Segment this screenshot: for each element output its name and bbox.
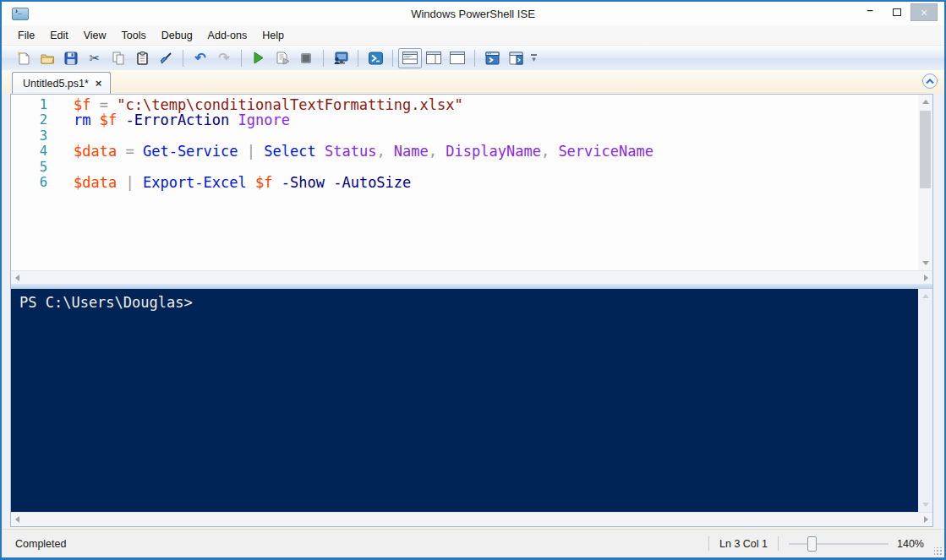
save-icon (64, 52, 78, 65)
close-button[interactable]: × (910, 3, 938, 21)
console-vertical-scrollbar[interactable] (918, 289, 932, 512)
status-bar: Completed Ln 3 Col 1 140% (2, 529, 944, 557)
command-window-icon (485, 52, 500, 65)
show-script-pane-top-button[interactable] (398, 48, 422, 68)
start-powershell-button[interactable] (364, 48, 387, 68)
code-line[interactable]: 3 (11, 128, 918, 144)
cut-button[interactable]: ✂ (83, 48, 107, 68)
scroll-left-arrow-icon[interactable] (15, 516, 19, 523)
run-script-button[interactable] (247, 48, 271, 68)
scroll-down-arrow-icon[interactable] (918, 497, 932, 512)
new-script-button[interactable] (12, 48, 36, 68)
toolbar-separator (323, 50, 324, 67)
remote-tab-icon (333, 52, 348, 65)
scroll-left-arrow-icon[interactable] (15, 275, 19, 281)
editor-vertical-scrollbar[interactable] (918, 95, 932, 270)
script-pane-right-icon (426, 52, 441, 64)
cut-icon: ✂ (90, 52, 101, 65)
maximize-button[interactable] (883, 3, 910, 21)
editor-horizontal-scrollbar[interactable] (11, 270, 932, 284)
code-line[interactable]: 6$data | Export-Excel $f -Show -AutoSize (11, 175, 918, 190)
scroll-up-arrow-icon[interactable] (918, 95, 932, 109)
tab-untitled5[interactable]: Untitled5.ps1* × (12, 72, 111, 94)
code-text[interactable] (57, 160, 74, 175)
undo-icon: ↶ (194, 52, 205, 65)
toolbar-overflow-button[interactable]: ▾ (531, 54, 537, 62)
code-line[interactable]: 4$data = Get-Service | Select Status, Na… (11, 144, 918, 159)
stop-button[interactable] (294, 48, 318, 68)
menu-tools[interactable]: Tools (114, 27, 154, 44)
clear-console-button[interactable] (154, 48, 178, 68)
menu-view[interactable]: View (76, 27, 114, 44)
tab-close-icon[interactable]: × (96, 77, 102, 90)
menu-debug[interactable]: Debug (154, 27, 200, 44)
copy-icon (112, 52, 125, 65)
code-text[interactable]: rm $f -ErrorAction Ignore (57, 112, 290, 128)
tab-label: Untitled5.ps1* (23, 78, 89, 90)
chevron-down-icon: ▾ (532, 57, 536, 62)
script-editor-pane[interactable]: 1$f = "c:\temp\conditionalTextFormatting… (11, 95, 932, 270)
code-text[interactable]: $data | Export-Excel $f -Show -AutoSize (57, 175, 411, 190)
code-text[interactable] (57, 128, 74, 144)
resize-grip[interactable] (934, 547, 943, 556)
tab-strip: Untitled5.ps1* × (2, 70, 944, 94)
run-selection-button[interactable] (271, 48, 294, 68)
powershell-ise-window: Windows PowerShell ISE – × FileEditViewT… (0, 0, 946, 560)
show-command-addon-button[interactable] (504, 48, 528, 68)
scroll-right-arrow-icon[interactable] (924, 516, 928, 523)
paste-icon (136, 52, 149, 65)
maximize-icon (893, 8, 901, 16)
console-prompt[interactable]: PS C:\Users\Douglas> (11, 289, 932, 311)
title-bar: Windows PowerShell ISE – × (2, 2, 944, 25)
code-text[interactable]: $f = "c:\temp\conditionalTextFormatting.… (57, 97, 463, 112)
zoom-level: 140% (897, 538, 924, 550)
code-line[interactable]: 2rm $f -ErrorAction Ignore (11, 112, 918, 128)
powershell-console-icon (369, 52, 383, 65)
toolbar-separator (183, 50, 183, 67)
menu-add-ons[interactable]: Add-ons (200, 27, 255, 44)
code-line[interactable]: 5 (11, 160, 918, 175)
code-text[interactable]: $data = Get-Service | Select Status, Nam… (57, 144, 653, 159)
zoom-slider[interactable] (789, 536, 889, 552)
chevron-up-icon (926, 79, 934, 84)
scroll-right-arrow-icon[interactable] (924, 275, 928, 281)
undo-button[interactable]: ↶ (189, 48, 212, 68)
line-number: 5 (11, 160, 57, 175)
clear-console-icon (159, 52, 173, 65)
zoom-slider-thumb[interactable] (807, 536, 817, 552)
show-script-pane-maximized-button[interactable] (446, 48, 469, 68)
status-separator (708, 536, 709, 551)
redo-button[interactable]: ↷ (212, 48, 236, 68)
code-area[interactable]: 1$f = "c:\temp\conditionalTextFormatting… (11, 97, 918, 270)
scroll-down-arrow-icon[interactable] (918, 256, 932, 270)
command-addon-icon (509, 52, 523, 65)
open-script-button[interactable] (36, 48, 59, 68)
console-pane[interactable]: PS C:\Users\Douglas> (11, 289, 932, 512)
menu-edit[interactable]: Edit (42, 27, 76, 44)
save-script-button[interactable] (59, 48, 83, 68)
stop-icon (300, 52, 312, 64)
paste-button[interactable] (130, 48, 154, 68)
toolbar: ✂ ↶ ↷ (2, 46, 944, 70)
menu-file[interactable]: File (10, 27, 42, 44)
new-remote-powershell-tab-button[interactable] (329, 48, 353, 68)
run-icon (253, 52, 265, 64)
line-number: 4 (11, 144, 57, 159)
console-horizontal-scrollbar[interactable] (11, 512, 932, 526)
line-number: 2 (11, 112, 57, 128)
close-icon: × (921, 6, 927, 19)
editor-scrollbar-thumb[interactable] (920, 111, 931, 188)
show-command-window-button[interactable] (480, 48, 504, 68)
minimize-button[interactable]: – (856, 3, 883, 21)
open-folder-icon (41, 52, 55, 65)
code-line[interactable]: 1$f = "c:\temp\conditionalTextFormatting… (11, 97, 918, 112)
zoom-slider-track[interactable] (789, 543, 889, 545)
toolbar-separator (392, 50, 393, 67)
status-message: Completed (15, 538, 66, 550)
collapse-script-pane-button[interactable] (922, 73, 938, 89)
show-script-pane-right-button[interactable] (422, 48, 446, 68)
copy-button[interactable] (107, 48, 130, 68)
menu-help[interactable]: Help (254, 27, 292, 44)
scroll-up-arrow-icon[interactable] (918, 289, 932, 303)
menu-bar: FileEditViewToolsDebugAdd-onsHelp (2, 25, 944, 46)
